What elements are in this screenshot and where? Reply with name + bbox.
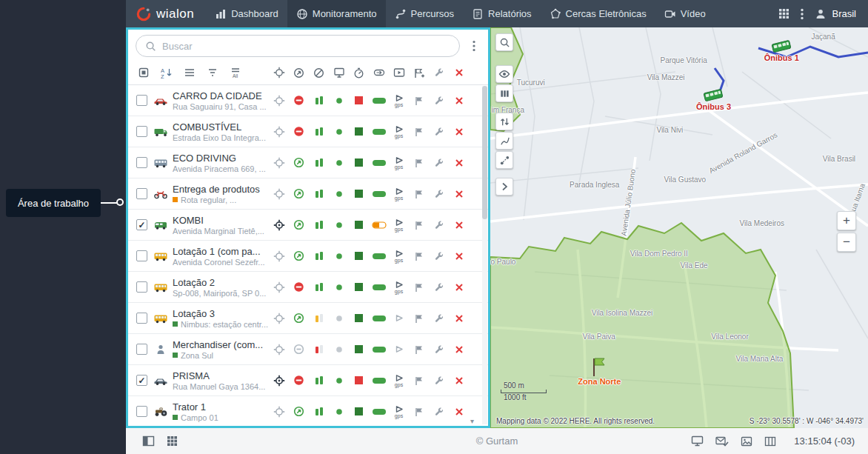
unit-info[interactable]: Lotação 2 Sp-008, Mairiporã, SP 0... [173,277,269,298]
connection-dot-icon[interactable] [329,125,349,138]
motion-state-icon[interactable] [289,218,309,232]
connection-dot-icon[interactable] [329,156,349,170]
mail-check-icon[interactable] [715,436,729,447]
map-unit-marker[interactable]: Ônibus 1 [764,40,799,62]
tab-geofences[interactable]: Cercas Eletrônicas [541,0,655,27]
wrench-icon[interactable] [429,250,449,263]
unit-row[interactable]: Lotação 1 (com pa... Avenida Coronel Sez… [128,241,488,272]
gauge-icon[interactable] [349,67,369,79]
apps-grid-icon[interactable] [167,435,178,447]
flag-icon[interactable] [409,281,429,294]
unit-row[interactable]: Lotação 2 Sp-008, Mairiporã, SP 0... gps [128,272,488,303]
connection-dot-icon[interactable] [329,94,349,107]
wrench-icon[interactable] [429,405,449,418]
state-square-icon[interactable] [349,281,369,294]
unit-row[interactable]: ✓ KOMBI Avenida Marginal Tietê,... gps [128,210,488,241]
location-icon[interactable] [269,281,289,294]
connection-dot-icon[interactable] [329,344,349,355]
monitor-screen-icon[interactable] [329,67,349,79]
search-input[interactable] [162,41,450,52]
motion-state-icon[interactable] [289,405,309,418]
flag-icon[interactable] [409,94,429,107]
list-view-icon[interactable] [181,67,198,79]
wialon-logo[interactable]: wialon [126,0,206,27]
state-square-icon[interactable] [349,374,369,387]
signal-bars-icon[interactable] [309,187,329,201]
sensor-icon[interactable] [369,67,389,79]
gps-data-icon[interactable]: gps [389,405,409,418]
measure-button[interactable] [495,132,513,150]
gps-data-icon[interactable]: gps [389,94,409,107]
unit-info[interactable]: COMBUSTÍVEL Estrada Eixo Da Integra... [173,121,269,142]
signal-bars-icon[interactable] [309,125,329,138]
wrench-icon[interactable] [429,344,449,355]
delete-icon[interactable] [449,344,469,355]
delete-icon[interactable] [449,218,469,232]
select-units-icon[interactable] [136,67,152,79]
gps-data-icon[interactable]: gps [389,187,409,201]
signal-bars-icon[interactable] [309,405,329,418]
unit-row[interactable]: Trator 1 Campo 01 gps [128,396,488,426]
delete-icon[interactable] [449,313,469,324]
wrench-icon[interactable] [429,125,449,138]
flag-icon[interactable] [409,405,429,418]
unit-info[interactable]: CARRO DA CIDADE Rua Saguairu 91, Casa ..… [173,90,269,111]
wrench-icon[interactable] [429,156,449,170]
delete-icon[interactable] [449,67,469,79]
signal-bars-icon[interactable] [309,374,329,387]
kebab-icon[interactable] [801,8,804,20]
scrollbar-thumb[interactable] [482,86,487,219]
unit-info[interactable]: Lotação 3 Nimbus: estação centr... [173,308,269,329]
connection-dot-icon[interactable] [329,187,349,201]
sensor-pill-icon[interactable] [369,218,389,232]
unit-checkbox[interactable] [136,313,147,324]
state-square-icon[interactable] [349,250,369,263]
flag-icon[interactable] [409,250,429,263]
scroll-down-icon[interactable]: ▾ [470,417,474,425]
motion-state-icon[interactable] [289,156,309,170]
wrench-icon[interactable] [429,281,449,294]
location-icon[interactable] [269,156,289,170]
filter-icon[interactable] [204,67,221,79]
video-frame-icon[interactable] [389,67,409,79]
magnifier-button[interactable] [495,33,513,51]
tab-dashboard[interactable]: Dashboard [206,0,287,27]
gps-data-icon[interactable]: gps [389,156,409,170]
panel-kebab-icon[interactable] [466,40,482,52]
scrollbar[interactable] [482,86,487,424]
user-menu[interactable]: Brasil [815,8,856,20]
gps-data-icon[interactable]: gps [389,250,409,263]
unit-info[interactable]: Merchandiser (com... Zona Sul [173,339,269,360]
state-square-icon[interactable] [349,187,369,201]
state-square-icon[interactable] [349,405,369,418]
motion-state-icon[interactable] [289,250,309,263]
sensor-pill-icon[interactable] [369,405,389,418]
delete-icon[interactable] [449,187,469,201]
location-icon[interactable] [269,125,289,138]
gps-data-icon[interactable] [389,313,409,324]
flag-icon[interactable] [409,125,429,138]
location-icon[interactable] [269,94,289,107]
connection-dot-icon[interactable] [329,250,349,263]
chevron-right-button[interactable] [495,178,513,196]
unit-info[interactable]: KOMBI Avenida Marginal Tietê,... [173,215,269,236]
motion-state-icon[interactable] [289,94,309,107]
flag-icon[interactable] [409,374,429,387]
tab-video[interactable]: Vídeo [655,0,715,27]
motion-state-icon[interactable] [289,125,309,138]
signal-bars-icon[interactable] [309,281,329,294]
unit-row[interactable]: Entrega de produtos Rota regular, ... gp… [128,178,488,210]
sensor-pill-icon[interactable] [369,344,389,355]
route-points-button[interactable] [495,151,513,169]
flag-icon[interactable] [409,313,429,324]
sensor-pill-icon[interactable] [369,250,389,263]
unit-row[interactable]: Merchandiser (com... Zona Sul [128,334,488,365]
wrench-icon[interactable] [429,67,449,79]
zoom-in-button[interactable]: + [837,211,856,230]
signal-bars-icon[interactable] [309,313,329,324]
state-square-icon[interactable] [349,313,369,324]
swap-arrows-button[interactable] [495,113,513,130]
unit-checkbox[interactable]: ✓ [136,375,147,386]
unit-checkbox[interactable] [136,281,147,293]
gps-data-icon[interactable]: gps [389,218,409,232]
